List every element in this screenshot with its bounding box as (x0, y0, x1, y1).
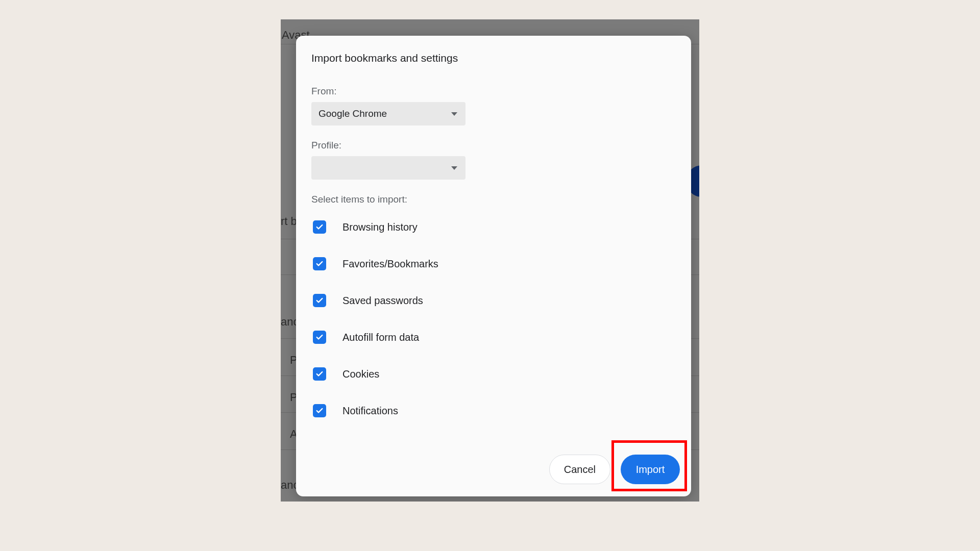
checkbox-label: Favorites/Bookmarks (342, 258, 438, 270)
profile-select[interactable] (311, 156, 465, 180)
dialog-title: Import bookmarks and settings (311, 52, 676, 64)
check-icon (315, 296, 324, 305)
check-icon (315, 407, 324, 415)
profile-label: Profile: (311, 140, 676, 151)
checkbox-label: Autofill form data (342, 332, 419, 343)
import-item-row: Saved passwords (311, 294, 676, 307)
check-icon (315, 370, 324, 378)
import-item-row: Cookies (311, 367, 676, 381)
chevron-down-icon (451, 166, 457, 170)
checkbox-saved-passwords[interactable] (313, 294, 326, 307)
import-item-row: Browsing history (311, 220, 676, 234)
from-select-value: Google Chrome (318, 108, 387, 119)
import-item-row: Autofill form data (311, 331, 676, 344)
checkbox-cookies[interactable] (313, 367, 326, 381)
from-label: From: (311, 86, 676, 97)
cancel-button[interactable]: Cancel (549, 455, 610, 484)
checkbox-label: Cookies (342, 368, 379, 380)
from-select[interactable]: Google Chrome (311, 102, 465, 126)
checkbox-browsing-history[interactable] (313, 220, 326, 234)
import-item-row: Favorites/Bookmarks (311, 257, 676, 270)
app-window: Avast rt bo anc Pa Pa Ac anc Import book… (281, 19, 699, 502)
checkbox-notifications[interactable] (313, 404, 326, 417)
checkbox-label: Notifications (342, 405, 398, 417)
check-icon (315, 333, 324, 341)
check-icon (315, 260, 324, 268)
import-button[interactable]: Import (621, 455, 680, 484)
select-items-label: Select items to import: (311, 194, 676, 205)
chevron-down-icon (451, 112, 457, 116)
checkbox-favorites-bookmarks[interactable] (313, 257, 326, 270)
import-item-row: Notifications (311, 404, 676, 417)
dialog-actions: Cancel Import (549, 455, 680, 484)
import-dialog: Import bookmarks and settings From: Goog… (296, 36, 691, 496)
checkbox-label: Saved passwords (342, 295, 423, 307)
checkbox-autofill-form-data[interactable] (313, 331, 326, 344)
checkbox-label: Browsing history (342, 221, 418, 233)
check-icon (315, 223, 324, 231)
